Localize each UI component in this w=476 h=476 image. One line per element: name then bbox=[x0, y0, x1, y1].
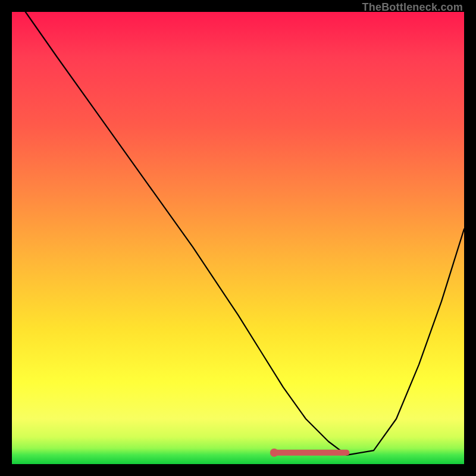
bottleneck-curve bbox=[26, 12, 464, 455]
chart-overlay bbox=[12, 12, 464, 464]
chart-frame: TheBottleneck.com bbox=[0, 0, 476, 476]
plot-area bbox=[12, 12, 464, 464]
optimal-range-start-dot bbox=[270, 449, 278, 457]
